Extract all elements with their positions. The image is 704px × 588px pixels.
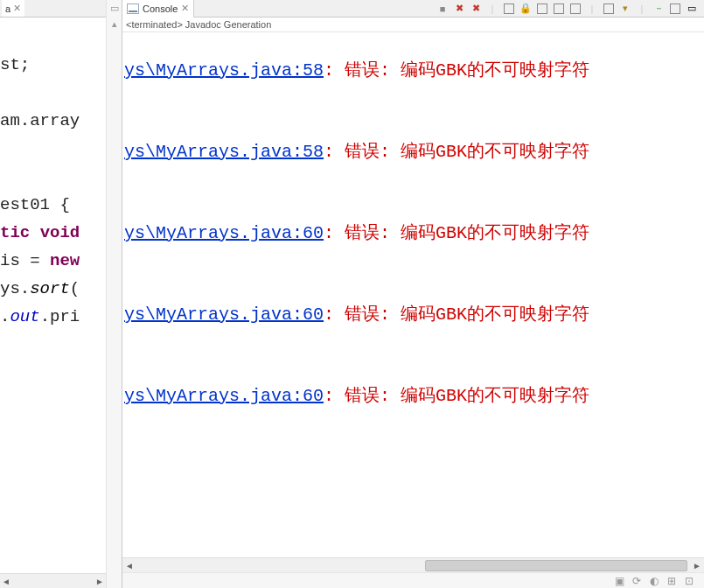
view-menu-icon[interactable] (668, 2, 682, 16)
console-tabbar: Console ✕ ■ ✖ ✖ | 🔒 | ▾ | － ▭ (122, 0, 704, 18)
scrollbar-thumb[interactable] (425, 560, 687, 571)
code-line (0, 79, 106, 107)
file-link[interactable]: ys\MyArrays.java:60 (124, 221, 324, 246)
scroll-left-icon[interactable]: ◄ (0, 577, 12, 586)
maximize-icon[interactable]: ▭ (685, 2, 699, 16)
console-output-area[interactable]: ys\MyArrays.java:58: 错误: 编码GBK的不可映射字符ys\… (122, 32, 704, 557)
new-console-icon[interactable]: ▾ (618, 2, 632, 16)
trim-icon[interactable]: ▣ (613, 575, 625, 587)
close-icon[interactable]: ✕ (13, 3, 21, 14)
editor-column: a ✕ st; am.array est01 {tic voidis = new… (0, 0, 106, 588)
chevron-up-icon[interactable]: ▴ (108, 18, 121, 30)
console-error-line: ys\MyArrays.java:58: 错误: 编码GBK的不可映射字符 (124, 59, 704, 83)
error-message: 错误: 编码GBK的不可映射字符 (345, 221, 589, 246)
colon: : (324, 59, 345, 83)
editor-tab[interactable]: a ✕ (2, 0, 24, 17)
display-icon[interactable] (552, 2, 566, 16)
maximize-icon[interactable]: ▭ (108, 2, 121, 14)
sync-icon[interactable]: ⟳ (631, 575, 643, 587)
file-link[interactable]: ys\MyArrays.java:58 (124, 59, 324, 83)
console-status: <terminated> Javadoc Generation (122, 18, 704, 32)
divider: | (635, 2, 649, 16)
file-link[interactable]: ys\MyArrays.java:58 (124, 140, 324, 164)
console-tab-label: Console (143, 4, 178, 14)
code-area[interactable]: st; am.array est01 {tic voidis = newys.s… (0, 18, 106, 573)
file-link[interactable]: ys\MyArrays.java:60 (124, 303, 324, 327)
editor-tab-label: a (5, 4, 10, 14)
console-toolbar: ■ ✖ ✖ | 🔒 | ▾ | － ▭ (436, 2, 704, 16)
editor-horizontal-scrollbar[interactable]: ◄ ► (0, 573, 106, 588)
trim-icon[interactable]: ⊞ (666, 575, 678, 587)
code-line (0, 163, 106, 191)
colon: : (324, 221, 345, 246)
display-selected-icon[interactable] (568, 2, 582, 16)
code-line: st; (0, 51, 106, 79)
editor-pane: a ✕ st; am.array est01 {tic voidis = new… (0, 0, 122, 588)
code-line (0, 23, 106, 51)
status-terminated: <terminated> (126, 19, 183, 30)
colon: : (324, 303, 345, 327)
error-message: 错误: 编码GBK的不可映射字符 (345, 59, 589, 83)
code-line (0, 135, 106, 163)
code-line: tic void (0, 219, 106, 247)
pin-icon[interactable] (535, 2, 549, 16)
file-link[interactable]: ys\MyArrays.java:60 (124, 384, 324, 409)
divider: | (485, 2, 499, 16)
clear-icon[interactable] (502, 2, 516, 16)
code-line: ys.sort( (0, 275, 106, 303)
colon: : (324, 140, 345, 164)
console-content: ys\MyArrays.java:58: 错误: 编码GBK的不可映射字符ys\… (122, 32, 704, 409)
remove-icon[interactable]: ✖ (452, 2, 466, 16)
console-icon (127, 4, 139, 14)
console-error-line: ys\MyArrays.java:58: 错误: 编码GBK的不可映射字符 (124, 140, 704, 164)
trim-icon[interactable]: ◐ (648, 575, 660, 587)
console-pane: Console ✕ ■ ✖ ✖ | 🔒 | ▾ | － ▭ <terminate… (122, 0, 704, 588)
code-line: is = new (0, 247, 106, 275)
error-message: 错误: 编码GBK的不可映射字符 (345, 384, 589, 409)
scroll-lock-icon[interactable]: 🔒 (519, 2, 533, 16)
scroll-right-icon[interactable]: ► (94, 577, 106, 586)
code-line: am.array (0, 107, 106, 135)
close-icon[interactable]: ✕ (181, 3, 189, 14)
console-tab[interactable]: Console ✕ (122, 0, 194, 18)
scroll-left-icon[interactable]: ◄ (122, 561, 136, 570)
colon: : (324, 384, 345, 409)
console-error-line: ys\MyArrays.java:60: 错误: 编码GBK的不可映射字符 (124, 303, 704, 327)
remove-all-icon[interactable]: ✖ (469, 2, 483, 16)
error-message: 错误: 编码GBK的不可映射字符 (345, 303, 589, 327)
stop-icon[interactable]: ■ (436, 2, 450, 16)
status-trim-bar: ▣ ⟳ ◐ ⊞ ⊡ (122, 572, 704, 588)
console-error-line: ys\MyArrays.java:60: 错误: 编码GBK的不可映射字符 (124, 221, 704, 246)
editor-gutter-strip: ▭ ▴ (106, 0, 122, 588)
console-error-line: ys\MyArrays.java:60: 错误: 编码GBK的不可映射字符 (124, 384, 704, 409)
status-process-name: Javadoc Generation (185, 19, 271, 30)
console-horizontal-scrollbar[interactable]: ◄ ► (122, 557, 704, 572)
error-message: 错误: 编码GBK的不可映射字符 (345, 140, 589, 164)
scroll-right-icon[interactable]: ► (690, 561, 704, 570)
scrollbar-track[interactable] (136, 559, 690, 572)
divider: | (585, 2, 599, 16)
code-line: est01 { (0, 191, 106, 219)
open-console-icon[interactable] (602, 2, 616, 16)
editor-tabbar: a ✕ (0, 0, 106, 18)
trim-icon[interactable]: ⊡ (683, 575, 695, 587)
minimize-icon[interactable]: － (652, 2, 666, 16)
code-line: .out.pri (0, 303, 106, 331)
